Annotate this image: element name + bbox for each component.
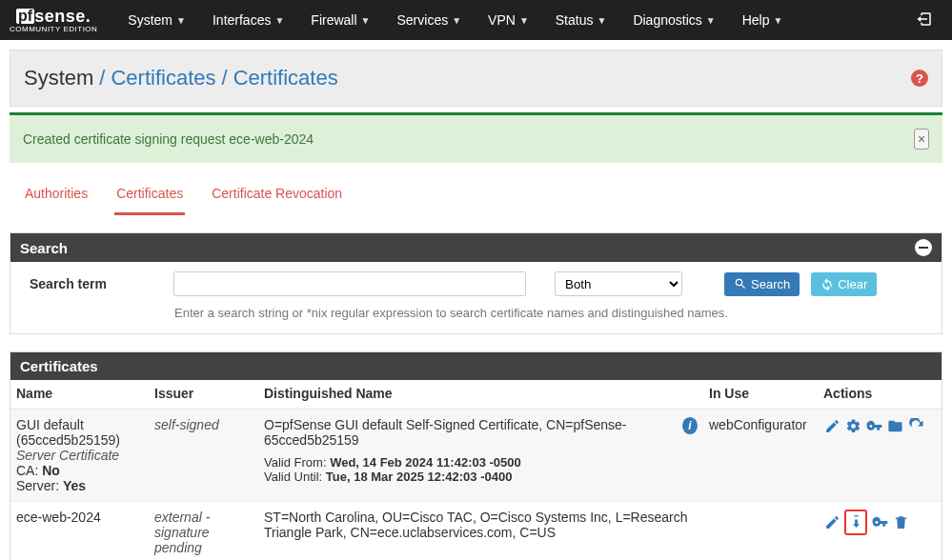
nav-firewall[interactable]: Firewall▼ [297, 0, 383, 40]
search-scope-select[interactable]: Both [555, 271, 682, 296]
brand-dot: . [86, 8, 91, 25]
success-alert: Created certificate signing request ece-… [10, 112, 942, 163]
col-name: Name [10, 380, 149, 410]
search-panel: Search Search term Both Search Clear Ent… [10, 232, 942, 334]
caret-down-icon: ▼ [597, 15, 606, 26]
certificates-panel: Certificates Name Issuer Distinguished N… [10, 351, 942, 560]
caret-down-icon: ▼ [176, 15, 186, 26]
cert-issuer: self-signed [149, 410, 258, 502]
search-help-text: Enter a search string or *nix regular ex… [24, 306, 928, 320]
nav-label: Status [556, 12, 594, 28]
renew-icon[interactable] [907, 417, 924, 434]
export-icon[interactable] [886, 417, 903, 434]
cert-name: ece-web-2024 [10, 502, 149, 561]
search-button[interactable]: Search [724, 272, 800, 296]
tab-revocation[interactable]: Certificate Revocation [210, 180, 344, 215]
cert-type: Server Certificate [16, 448, 143, 463]
import-signature-icon[interactable] [847, 512, 864, 530]
cert-dn: O=pfSense GUI default Self-Signed Certif… [264, 417, 677, 448]
col-dn: Distinguished Name [258, 380, 703, 410]
breadcrumb-root: System [24, 66, 93, 90]
nav-system[interactable]: System▼ [114, 0, 199, 40]
search-label: Search term [24, 276, 162, 291]
nav-label: Firewall [311, 12, 356, 28]
nav-vpn[interactable]: VPN▼ [475, 0, 542, 40]
search-panel-header: Search [10, 233, 942, 262]
col-inuse: In Use [703, 380, 818, 410]
cert-inuse: webConfigurator [703, 410, 818, 502]
trash-icon[interactable] [892, 513, 909, 530]
col-issuer: Issuer [149, 380, 258, 410]
caret-down-icon: ▼ [706, 15, 716, 26]
edit-icon[interactable] [823, 417, 841, 434]
alert-text: Created certificate signing request ece-… [23, 131, 314, 147]
breadcrumb-sep: / [222, 66, 228, 90]
brand-edition: COMMUNITY EDITION [10, 26, 97, 33]
tab-certificates[interactable]: Certificates [114, 180, 185, 215]
cert-name: GUI default (65cced5b25159) [16, 417, 143, 448]
tab-authorities[interactable]: Authorities [23, 180, 90, 215]
nav-label: VPN [488, 12, 516, 28]
top-navbar: pfsense. COMMUNITY EDITION System▼ Inter… [0, 0, 952, 40]
table-row: GUI default (65cced5b25159) Server Certi… [10, 410, 942, 502]
cert-ca: CA: No [16, 463, 143, 478]
caret-down-icon: ▼ [773, 15, 782, 26]
nav-diagnostics[interactable]: Diagnostics▼ [619, 0, 728, 40]
highlight-box [844, 510, 867, 535]
caret-down-icon: ▼ [519, 15, 529, 26]
alert-close-button[interactable]: × [914, 129, 929, 150]
breadcrumb-sep: / [99, 66, 105, 90]
nav-status[interactable]: Status▼ [542, 0, 620, 40]
help-icon[interactable]: ? [911, 70, 928, 87]
search-button-label: Search [751, 277, 790, 291]
brand-pf: pf [16, 9, 34, 24]
cert-inuse [703, 502, 818, 561]
certificates-panel-header: Certificates [10, 352, 942, 380]
panel-title: Search [20, 240, 68, 256]
clear-button-label: Clear [838, 277, 867, 291]
logout-icon[interactable] [906, 10, 942, 30]
nav-interfaces[interactable]: Interfaces▼ [199, 0, 297, 40]
clear-button[interactable]: Clear [811, 272, 877, 296]
undo-icon [820, 277, 834, 290]
nav-label: Diagnostics [633, 12, 701, 28]
search-icon [734, 277, 747, 290]
collapse-icon[interactable] [915, 239, 932, 256]
valid-from: Valid From: Wed, 14 Feb 2024 11:42:03 -0… [264, 455, 698, 470]
search-input[interactable] [173, 271, 526, 296]
brand[interactable]: pfsense. COMMUNITY EDITION [10, 8, 97, 33]
caret-down-icon: ▼ [361, 15, 371, 26]
key-icon[interactable] [865, 417, 882, 434]
nav-items: System▼ Interfaces▼ Firewall▼ Services▼ … [114, 0, 796, 40]
table-row: ece-web-2024 external - signature pendin… [10, 502, 942, 561]
nav-label: System [128, 12, 172, 28]
nav-label: Help [742, 12, 770, 28]
nav-services[interactable]: Services▼ [383, 0, 475, 40]
search-row: Search term Both Search Clear [24, 271, 928, 296]
action-icons [823, 417, 936, 434]
caret-down-icon: ▼ [452, 15, 461, 26]
cert-issuer: external - signature pending [149, 502, 258, 561]
action-icons [823, 510, 936, 535]
gear-icon[interactable] [844, 417, 861, 434]
nav-label: Services [396, 12, 448, 28]
key-icon[interactable] [871, 513, 888, 530]
valid-until: Valid Until: Tue, 18 Mar 2025 12:42:03 -… [264, 470, 698, 484]
breadcrumb-certs[interactable]: Certificates [111, 66, 215, 90]
col-actions: Actions [818, 380, 942, 410]
breadcrumb-leaf[interactable]: Certificates [233, 66, 338, 90]
brand-sense: sense [34, 8, 86, 25]
edit-icon[interactable] [823, 513, 841, 530]
nav-label: Interfaces [213, 12, 271, 28]
breadcrumb: System / Certificates / Certificates ? [10, 50, 942, 107]
cert-dn: ST=North Carolina, OU=Cisco TAC, O=Cisco… [258, 502, 703, 561]
nav-help[interactable]: Help▼ [729, 0, 797, 40]
cert-server: Server: Yes [16, 478, 143, 493]
certificates-table: Name Issuer Distinguished Name In Use Ac… [10, 380, 942, 560]
panel-title: Certificates [20, 358, 98, 374]
info-icon[interactable]: i [682, 417, 698, 434]
cert-tabs: Authorities Certificates Certificate Rev… [0, 180, 952, 215]
caret-down-icon: ▼ [274, 15, 284, 26]
